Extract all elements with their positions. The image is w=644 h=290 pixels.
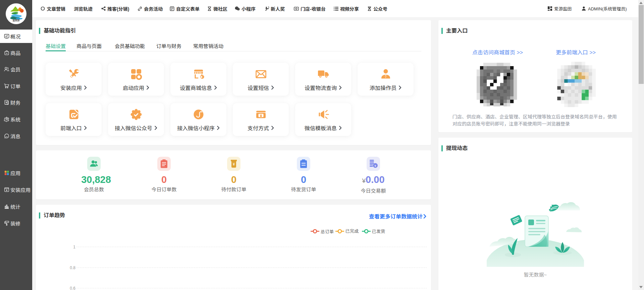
svg-text:¥: ¥ <box>233 162 235 166</box>
svg-text:盐田游: 盐田游 <box>13 19 20 21</box>
svg-text:¥: ¥ <box>374 164 376 167</box>
